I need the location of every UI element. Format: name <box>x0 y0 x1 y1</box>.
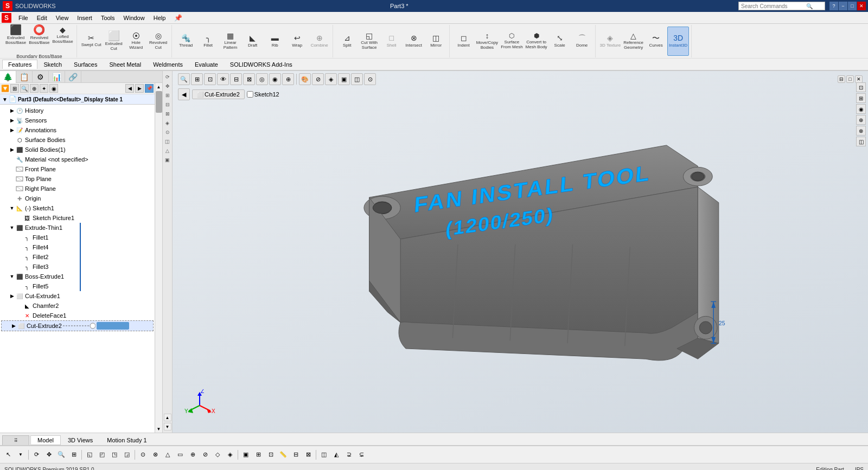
hole-wizard-button[interactable]: ⦿ HoleWizard <box>125 27 147 56</box>
nav-back[interactable]: ◀ <box>125 84 134 93</box>
search-input[interactable] <box>741 3 806 9</box>
bt-extra1[interactable]: ◫ <box>318 449 330 461</box>
revolved-boss-button[interactable]: ⭕ RevolvedBoss/Base <box>28 24 50 50</box>
menu-file[interactable]: File <box>14 14 33 22</box>
bt-dropdown-btn[interactable]: ▼ <box>15 449 27 461</box>
menu-help[interactable]: Help <box>149 14 170 22</box>
tree-item-fillet5[interactable]: ▶ ╮ Fillet5 <box>1 281 154 291</box>
tree-item-top-plane[interactable]: ▶ Top Plane <box>1 174 154 184</box>
tree-panel-pin[interactable]: 📌 <box>145 84 154 93</box>
bt-select-btn[interactable]: ↖ <box>2 449 14 461</box>
breadcrumb-item-cut-extrude2[interactable]: ⬜ Cut-Extrude2 <box>192 89 245 99</box>
vp-btn-8[interactable]: ◉ <box>269 73 281 85</box>
bottom-tab-3dviews[interactable]: 3D Views <box>61 435 100 445</box>
tree-option2[interactable]: ✦ <box>40 84 48 93</box>
tree-option3[interactable]: ◉ <box>49 84 58 93</box>
bt-snap6[interactable]: ⊘ <box>199 449 211 461</box>
dome-button[interactable]: ⌒ Dome <box>571 27 593 56</box>
tree-root-item[interactable]: ▼ 📄 Part3 (Default<<Default>_Display Sta… <box>0 94 155 105</box>
bottom-tab-motionstudy[interactable]: Motion Study 1 <box>100 435 154 445</box>
lis-btn-4[interactable]: ⊟ <box>164 101 171 108</box>
vp-win-restore[interactable]: ⊟ <box>838 75 845 83</box>
tree-item-right-plane[interactable]: ▶ Right Plane <box>1 184 154 194</box>
tree-item-fillet1[interactable]: ▶ ╮ Fillet1 <box>1 233 154 242</box>
wrap-button[interactable]: ↩ Wrap <box>286 27 308 56</box>
rmt-btn-3[interactable]: ◉ <box>856 104 866 114</box>
convert-mesh-button[interactable]: ⬢ Convert toMesh Body <box>525 27 548 56</box>
surface-from-mesh-button[interactable]: ⬡ SurfaceFrom Mesh <box>500 27 524 56</box>
vp-btn-6[interactable]: ⊠ <box>243 73 255 85</box>
lis-btn-2[interactable]: ✥ <box>164 82 171 90</box>
tree-item-extrude-thin1[interactable]: ▼ ⬛ Extrude-Thin1 <box>1 223 154 233</box>
vp-btn-2[interactable]: ⊞ <box>191 73 203 85</box>
bt-pan-btn[interactable]: ✥ <box>43 449 55 461</box>
vp-btn-color[interactable]: 🎨 <box>299 73 311 85</box>
breadcrumb-back-btn[interactable]: ◀ <box>178 88 190 100</box>
tree-option1[interactable]: ⊕ <box>30 84 39 93</box>
tree-item-sketch-picture1[interactable]: ▶ 🖼 Sketch Picture1 <box>1 213 154 223</box>
bt-snap7[interactable]: ◇ <box>212 449 224 461</box>
lis-btn-1[interactable]: ⟳ <box>164 73 171 81</box>
thread-button[interactable]: 🔩 Thread <box>175 27 197 56</box>
tree-item-origin[interactable]: ▶ ✚ Origin <box>1 194 154 203</box>
vp-btn-9[interactable]: ⊕ <box>282 73 294 85</box>
lis-btn-9[interactable]: △ <box>164 147 171 154</box>
tree-search-btn[interactable]: 🔍 <box>20 84 29 93</box>
rmt-btn-4[interactable]: ⊕ <box>856 115 866 125</box>
mirror-button[interactable]: ◫ Mirror <box>425 27 447 56</box>
tab-evaluate[interactable]: Evaluate <box>189 60 224 69</box>
menu-window[interactable]: Window <box>119 14 149 22</box>
tree-item-cut-extrude2-row[interactable]: ▶ ⬜ Cut-Extrude2 <box>1 320 154 331</box>
revolved-cut-button[interactable]: ◎ RevolvedCut <box>148 27 169 56</box>
vp-btn-12[interactable]: ◈ <box>325 73 337 85</box>
indent-button[interactable]: ◻ Indent <box>453 27 475 56</box>
scroll-thumb[interactable] <box>156 91 162 113</box>
vp-btn-1[interactable]: 🔍 <box>178 73 190 85</box>
panel-tab-display[interactable]: 🔗 <box>65 71 81 83</box>
tree-item-front-plane[interactable]: ▶ Front Plane <box>1 164 154 174</box>
tree-item-fillet3[interactable]: ▶ ╮ Fillet3 <box>1 262 154 272</box>
tree-item-solid-bodies[interactable]: ▶ ⬛ Solid Bodies(1) <box>1 145 154 154</box>
lofted-boss-button[interactable]: ◆ LoftedBoss/Base <box>52 24 74 50</box>
menu-insert[interactable]: Insert <box>73 14 97 22</box>
bt-view2-btn[interactable]: ◰ <box>96 449 108 461</box>
vp-btn-14[interactable]: ◫ <box>351 73 363 85</box>
close-btn[interactable]: ✕ <box>857 2 866 10</box>
reference-geometry-button[interactable]: △ ReferenceGeometry <box>622 27 644 56</box>
tab-weldments[interactable]: Weldments <box>147 60 189 69</box>
vp-win-close[interactable]: ✕ <box>855 75 863 83</box>
tree-item-cut-extrude1[interactable]: ▶ ⬜ Cut-Extrude1 <box>1 291 154 301</box>
bt-meas2[interactable]: ⊟ <box>290 449 302 461</box>
lis-scroll-up[interactable]: ▲ <box>164 414 171 421</box>
tree-scrollbar[interactable]: ▲ ▼ <box>155 83 162 433</box>
bt-snap4[interactable]: ▭ <box>174 449 186 461</box>
boundary-boss-button[interactable]: Boundary Boss/Base <box>15 51 63 59</box>
bottom-tab-model[interactable]: Model <box>30 435 61 445</box>
scroll-down-arrow[interactable]: ▼ <box>155 425 163 433</box>
vp-win-max[interactable]: □ <box>846 75 854 83</box>
combine-button[interactable]: ⊕ Combine <box>309 27 330 56</box>
move-copy-bodies-button[interactable]: ↕ Move/CopyBodies <box>475 27 499 56</box>
vp-btn-13[interactable]: ▣ <box>338 73 350 85</box>
menu-view[interactable]: View <box>52 14 73 22</box>
minimize-btn[interactable]: − <box>839 2 847 10</box>
vp-btn-5[interactable]: ⊟ <box>230 73 242 85</box>
breadcrumb-sketch12[interactable]: Sketch12 <box>247 91 279 98</box>
nav-forward[interactable]: ▶ <box>135 84 144 93</box>
tree-item-boss-extrude1[interactable]: ▼ ⬛ Boss-Extrude1 <box>1 272 154 281</box>
bt-view1-btn[interactable]: ◱ <box>84 449 95 461</box>
lis-btn-5[interactable]: ⊠ <box>164 110 171 118</box>
scroll-up-arrow[interactable]: ▲ <box>155 83 163 91</box>
bt-extra2[interactable]: ◭ <box>330 449 342 461</box>
lis-btn-6[interactable]: ◈ <box>164 119 171 127</box>
curves-button[interactable]: 〜 Curves <box>645 27 667 56</box>
linear-pattern-button[interactable]: ▦ LinearPattern <box>220 27 241 56</box>
maximize-btn[interactable]: □ <box>848 2 857 10</box>
rmt-btn-6[interactable]: ◫ <box>856 137 866 146</box>
draft-button[interactable]: ◣ Draft <box>242 27 264 56</box>
bt-view3-btn[interactable]: ◳ <box>108 449 120 461</box>
panel-tab-tree[interactable]: 🌲 <box>0 71 16 83</box>
swept-cut-button[interactable]: ✂ Swept Cut <box>80 27 103 56</box>
3d-texture-button[interactable]: ◈ 3D Texture <box>599 27 622 56</box>
vp-btn-3[interactable]: ⊡ <box>204 73 216 85</box>
